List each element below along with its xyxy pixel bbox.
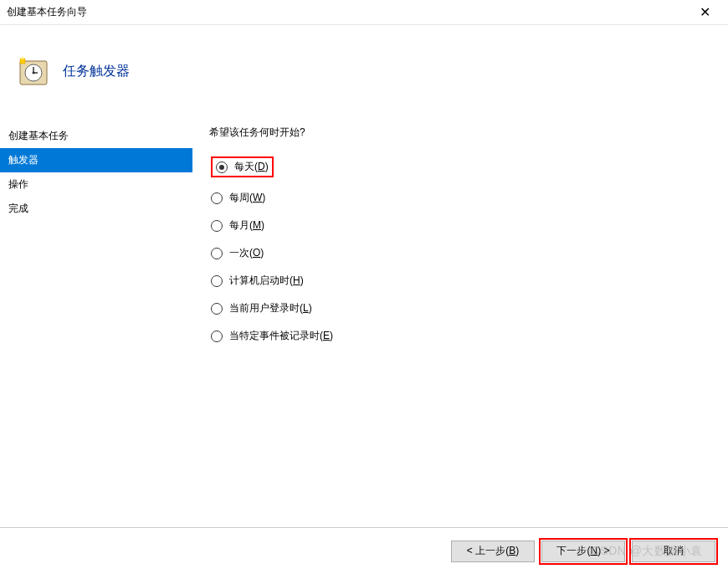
- back-button[interactable]: < 上一步(B): [451, 541, 535, 562]
- radio-label: 每天(D): [234, 160, 269, 174]
- trigger-option-2[interactable]: 每月(M): [211, 218, 264, 233]
- radio-label: 当特定事件被记录时(E): [229, 329, 333, 343]
- wizard-sidebar: 创建基本任务触发器操作完成: [0, 117, 192, 527]
- window-title: 创建基本任务向导: [7, 5, 87, 19]
- radio-icon: [211, 220, 223, 232]
- trigger-option-0[interactable]: 每天(D): [211, 156, 274, 177]
- sidebar-item-1[interactable]: 触发器: [0, 148, 192, 172]
- radio-icon: [211, 303, 223, 315]
- next-button[interactable]: 下一步(N) >: [541, 541, 625, 562]
- cancel-button[interactable]: 取消: [632, 541, 715, 562]
- trigger-option-6[interactable]: 当特定事件被记录时(E): [211, 329, 333, 343]
- trigger-option-5[interactable]: 当前用户登录时(L): [211, 301, 312, 315]
- wizard-footer: < 上一步(B) 下一步(N) > 取消: [0, 527, 728, 574]
- radio-icon: [211, 275, 223, 287]
- task-scheduler-icon: [17, 54, 50, 88]
- wizard-main-content: 希望该任务何时开始? 每天(D)每周(W)每月(M)一次(O)计算机启动时(H)…: [192, 117, 728, 527]
- wizard-page-title: 任务触发器: [63, 63, 130, 80]
- sidebar-item-2[interactable]: 操作: [0, 172, 192, 197]
- radio-icon: [211, 331, 223, 342]
- trigger-radio-group: 每天(D)每周(W)每月(M)一次(O)计算机启动时(H)当前用户登录时(L)当…: [211, 156, 711, 343]
- highlight-box: 每天(D): [211, 156, 274, 177]
- radio-label: 一次(O): [229, 246, 264, 260]
- radio-icon: [211, 192, 223, 204]
- sidebar-item-3[interactable]: 完成: [0, 197, 192, 221]
- radio-icon: [211, 248, 223, 259]
- radio-label: 计算机启动时(H): [229, 274, 304, 288]
- content-area: 创建基本任务触发器操作完成 希望该任务何时开始? 每天(D)每周(W)每月(M)…: [0, 117, 728, 527]
- trigger-option-4[interactable]: 计算机启动时(H): [211, 274, 304, 288]
- trigger-question-label: 希望该任务何时开始?: [209, 126, 711, 140]
- radio-icon: [216, 161, 228, 173]
- radio-label: 每周(W): [229, 191, 265, 205]
- radio-label: 每月(M): [229, 218, 264, 233]
- trigger-option-1[interactable]: 每周(W): [211, 191, 265, 205]
- sidebar-item-0[interactable]: 创建基本任务: [0, 124, 192, 148]
- wizard-header: 任务触发器: [0, 25, 728, 117]
- close-icon[interactable]: ✕: [688, 4, 721, 20]
- radio-label: 当前用户登录时(L): [229, 301, 312, 315]
- trigger-option-3[interactable]: 一次(O): [211, 246, 264, 260]
- titlebar: 创建基本任务向导 ✕: [0, 0, 728, 25]
- svg-point-4: [33, 72, 35, 74]
